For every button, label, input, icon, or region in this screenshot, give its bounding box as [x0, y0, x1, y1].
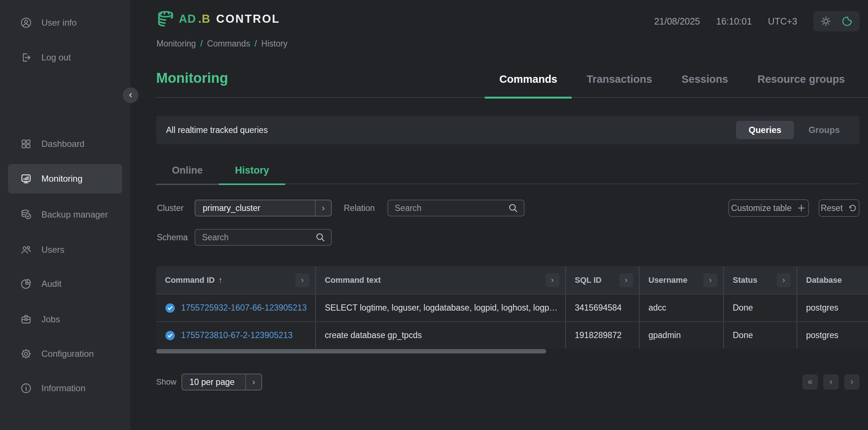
chevron-right-icon: ›	[850, 377, 853, 387]
search-icon[interactable]	[315, 232, 326, 243]
queries-toggle-button[interactable]: Queries	[736, 121, 794, 139]
column-header-sql-id[interactable]: SQL ID ›	[566, 266, 640, 294]
command-text-cell: create database gp_tpcds	[316, 322, 566, 349]
status-cell: Done	[724, 294, 797, 321]
column-header-username[interactable]: Username ›	[640, 266, 724, 294]
sidebar-item-label: Information	[41, 383, 85, 393]
breadcrumb-history[interactable]: History	[261, 39, 288, 49]
sidebar-item-backup-manager[interactable]: Backup manager	[8, 200, 122, 229]
tab-transactions[interactable]: Transactions	[572, 73, 667, 98]
moon-icon[interactable]	[841, 15, 853, 27]
realtime-queries-banner: All realtime tracked queries Queries Gro…	[156, 116, 860, 144]
sidebar-item-log-out[interactable]: Log out	[8, 43, 122, 72]
groups-toggle-button[interactable]: Groups	[806, 121, 842, 139]
username-cell: gpadmin	[640, 322, 724, 349]
sidebar-item-jobs[interactable]: Jobs	[8, 305, 122, 334]
next-page-button[interactable]: ›	[844, 374, 860, 390]
search-icon[interactable]	[508, 203, 519, 214]
breadcrumb-separator: /	[254, 39, 257, 49]
relation-search-input[interactable]	[388, 203, 508, 213]
sidebar-item-monitoring[interactable]: Monitoring	[8, 164, 122, 193]
column-header-command-id[interactable]: Command ID ↑ ›	[156, 266, 316, 294]
prev-page-button[interactable]: ‹	[823, 374, 839, 390]
status-cell: Done	[724, 322, 797, 349]
logout-icon	[20, 52, 32, 63]
info-icon	[20, 382, 32, 394]
column-header-database[interactable]: Database	[797, 266, 868, 294]
column-expand-button[interactable]: ›	[619, 273, 633, 287]
banner-text: All realtime tracked queries	[166, 125, 268, 135]
audit-pie-icon	[20, 278, 32, 290]
chevron-double-left-icon: «	[808, 377, 812, 387]
page-size-value: 10 per page	[182, 377, 245, 387]
main-content: AD.B CONTROL 21/08/2025 16:10:01 UTC+3 M…	[130, 0, 868, 430]
sort-asc-icon: ↑	[218, 275, 222, 285]
database-logo-icon	[156, 10, 177, 29]
relation-label: Relation	[344, 200, 375, 216]
sql-id-cell: 1918289872	[566, 322, 640, 349]
sql-id-cell: 3415694584	[566, 294, 640, 321]
breadcrumb-monitoring[interactable]: Monitoring	[157, 39, 196, 49]
sun-icon[interactable]	[820, 15, 832, 27]
subtab-history[interactable]: History	[219, 161, 285, 185]
chevron-left-icon: ‹	[830, 377, 832, 387]
logo-text-control: CONTROL	[216, 12, 280, 26]
sidebar-item-dashboard[interactable]: Dashboard	[8, 129, 122, 159]
sidebar-item-information[interactable]: Information	[8, 374, 122, 403]
sidebar-item-configuration[interactable]: Configuration	[8, 339, 122, 368]
schema-search-input[interactable]	[195, 233, 315, 242]
column-expand-button[interactable]: ›	[777, 273, 791, 287]
chevron-right-icon[interactable]: ›	[245, 374, 261, 390]
customize-table-label: Customize table	[731, 203, 792, 213]
column-expand-button[interactable]: ›	[295, 273, 309, 287]
horizontal-scrollbar[interactable]	[156, 349, 546, 353]
command-id-link[interactable]: 1755723810-67-2-123905213	[181, 330, 293, 340]
relation-search	[387, 200, 525, 216]
column-header-status[interactable]: Status ›	[724, 266, 797, 294]
first-page-button[interactable]: «	[802, 374, 818, 390]
sidebar-item-audit[interactable]: Audit	[8, 269, 122, 299]
column-expand-button[interactable]: ›	[545, 273, 559, 287]
username-cell: adcc	[640, 294, 724, 321]
command-id-link[interactable]: 1755725932-1607-66-123905213	[181, 303, 307, 313]
page-size-select[interactable]: 10 per page ›	[181, 374, 262, 390]
column-header-command-text[interactable]: Command text ›	[316, 266, 566, 294]
sidebar-item-label: Audit	[41, 279, 62, 289]
gear-icon	[20, 348, 32, 360]
sidebar-item-user-info[interactable]: User info	[8, 8, 122, 37]
chevron-right-icon[interactable]: ›	[315, 200, 331, 216]
command-id-cell: 1755725932-1607-66-123905213	[156, 294, 316, 321]
sidebar-item-label: Configuration	[41, 349, 94, 359]
database-cell: postgres	[797, 294, 868, 321]
plus-icon	[797, 203, 806, 213]
sidebar-collapse-button[interactable]: ‹	[122, 87, 139, 104]
user-icon	[20, 17, 32, 29]
sidebar: User info Log out Dashboard Monitoring B…	[0, 0, 130, 430]
sidebar-item-label: Users	[41, 245, 65, 255]
subtabs: Online History	[156, 161, 285, 185]
customize-table-button[interactable]: Customize table	[728, 199, 809, 217]
tab-sessions[interactable]: Sessions	[667, 73, 743, 98]
cluster-select[interactable]: primary_cluster ›	[195, 200, 332, 216]
subtab-online[interactable]: Online	[156, 161, 219, 185]
command-id-cell: 1755723810-67-2-123905213	[156, 322, 316, 349]
commands-table: Command ID ↑ › Command text › SQL ID › U…	[156, 266, 868, 349]
logo-text-ad: AD	[179, 12, 196, 26]
table-header-row: Command ID ↑ › Command text › SQL ID › U…	[156, 266, 868, 294]
column-expand-button[interactable]: ›	[703, 273, 717, 287]
chevron-left-icon: ‹	[129, 89, 132, 100]
tab-resource-groups[interactable]: Resource groups	[743, 73, 860, 98]
users-icon	[20, 244, 32, 256]
cluster-select-value: primary_cluster	[195, 203, 315, 213]
breadcrumb: Monitoring / Commands / History	[157, 39, 287, 49]
done-check-icon	[165, 330, 175, 341]
tab-commands[interactable]: Commands	[485, 73, 572, 98]
sidebar-item-label: Backup manager	[41, 210, 108, 220]
schema-search	[195, 229, 332, 246]
top-tabs: Commands Transactions Sessions Resource …	[485, 73, 860, 98]
reset-button[interactable]: Reset	[819, 199, 860, 217]
reset-label: Reset	[821, 203, 843, 213]
schema-label: Schema	[157, 229, 188, 246]
breadcrumb-commands[interactable]: Commands	[207, 39, 250, 49]
sidebar-item-users[interactable]: Users	[8, 235, 122, 264]
